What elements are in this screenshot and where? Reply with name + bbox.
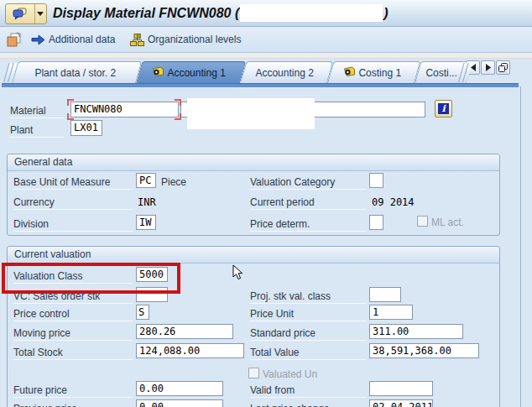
- right-triangle-icon: [485, 64, 492, 71]
- org-chart-icon: [130, 34, 144, 46]
- page-title: Display Material FNCWN080 ( ): [53, 2, 389, 24]
- moving-price-input[interactable]: 280.26: [136, 324, 233, 339]
- standard-price-input[interactable]: 311.00: [369, 324, 463, 339]
- plant-input[interactable]: LX01: [70, 120, 102, 136]
- tab-label: Accounting 2: [256, 67, 314, 79]
- currency-label: Currency: [13, 196, 133, 210]
- pages-icon: [498, 62, 509, 73]
- application-toolbar: Additional data Organizational levels: [0, 27, 532, 53]
- red-highlight-annotation: [2, 263, 180, 294]
- division-input[interactable]: IW: [136, 215, 156, 230]
- price-unit-label: Price Unit: [250, 307, 366, 321]
- last-price-change-input[interactable]: 02.04.2011: [369, 399, 433, 407]
- future-price-label: Future price: [13, 384, 133, 398]
- material-input[interactable]: FNCWN080: [70, 102, 179, 117]
- focus-corner: [175, 113, 181, 120]
- total-stock-input[interactable]: 124,088.00: [136, 343, 244, 358]
- valid-from-input[interactable]: [369, 381, 433, 396]
- tab-label: Costing 1: [358, 67, 401, 79]
- future-price-input[interactable]: 0.00: [136, 381, 223, 396]
- material-label: Material: [10, 104, 64, 118]
- tab-label: Plant data / stor. 2: [34, 67, 116, 79]
- price-determ-input[interactable]: [369, 215, 383, 230]
- services-for-object-icon: [6, 4, 35, 23]
- current-period-value: 09 2014: [372, 196, 415, 209]
- focus-corner: [175, 99, 181, 106]
- tab-accounting-1[interactable]: Accounting 1: [136, 61, 246, 83]
- additional-data-label: Additional data: [49, 34, 115, 45]
- current-valuation-header: Current valuation: [8, 247, 499, 264]
- tab-costing-1[interactable]: Costing 1: [327, 61, 420, 83]
- total-value-label: Total Value: [250, 346, 366, 360]
- previous-price-input[interactable]: 0.00: [136, 399, 223, 407]
- ml-act-label: ML act.: [431, 216, 464, 229]
- dropdown-icon[interactable]: [35, 4, 45, 23]
- organizational-levels-label: Organizational levels: [148, 34, 241, 45]
- tab-overview-button[interactable]: [496, 60, 510, 75]
- mouse-cursor: [232, 264, 243, 283]
- currency-value: INR: [138, 196, 156, 209]
- valuation-category-input[interactable]: [369, 173, 383, 188]
- previous-price-label: Previous price: [13, 402, 133, 407]
- focus-corner: [67, 113, 74, 120]
- plant-label: Plant: [10, 123, 64, 138]
- view-indicator-icon: [153, 66, 164, 79]
- redaction-box: [187, 98, 315, 129]
- services-for-object-button[interactable]: [5, 3, 47, 24]
- valuated-un-label: Valuated Un: [263, 368, 317, 381]
- tab-label: Accounting 1: [168, 67, 226, 79]
- proj-stk-val-class-input[interactable]: [369, 287, 401, 302]
- valuated-un-checkbox: [248, 368, 259, 378]
- base-unit-text: Piece: [161, 175, 186, 189]
- organizational-levels-button[interactable]: Organizational levels: [130, 27, 241, 52]
- standard-price-label: Standard price: [250, 326, 366, 341]
- display-change-button[interactable]: [7, 27, 22, 52]
- valuation-category-label: Valuation Category: [250, 175, 366, 190]
- information-button[interactable]: i: [435, 100, 452, 117]
- page-title-prefix: Display Material FNCWN080 (: [53, 6, 239, 21]
- tab-label: Costi...: [426, 67, 457, 79]
- ml-act-checkbox: [417, 216, 428, 227]
- base-unit-label: Base Unit of Measure: [13, 175, 133, 190]
- active-tab-underline: [2, 83, 519, 87]
- price-determ-label: Price determ.: [250, 217, 366, 232]
- division-label: Division: [13, 217, 133, 232]
- base-unit-input[interactable]: PC: [136, 173, 156, 188]
- page-title-suffix: ): [383, 6, 388, 21]
- additional-data-button[interactable]: Additional data: [31, 27, 115, 52]
- general-data-header: General data: [8, 154, 499, 171]
- right-arrow-icon: [31, 34, 45, 45]
- tab-plant-data-stor-2[interactable]: Plant data / stor. 2: [12, 61, 142, 83]
- title-bar: Display Material FNCWN080 ( ): [0, 0, 532, 27]
- display-change-icon: [7, 32, 22, 47]
- moving-price-label: Moving price: [13, 326, 133, 341]
- price-control-input[interactable]: S: [136, 305, 149, 320]
- proj-stk-val-class-label: Proj. stk val. class: [250, 290, 366, 304]
- total-value-input[interactable]: 38,591,368.00: [369, 343, 479, 358]
- focus-corner: [67, 99, 74, 106]
- separator-band: [0, 53, 532, 59]
- current-period-label: Current period: [250, 196, 366, 210]
- price-control-label: Price control: [13, 307, 133, 321]
- price-unit-input[interactable]: 1: [369, 305, 413, 320]
- last-price-change-label: Last price change: [250, 402, 366, 407]
- view-indicator-icon: [343, 66, 355, 79]
- valid-from-label: Valid from: [250, 384, 366, 398]
- window-right-frame: [520, 86, 521, 407]
- tab-scroll-right-button[interactable]: [481, 60, 495, 75]
- total-stock-label: Total Stock: [13, 346, 133, 360]
- info-icon: i: [438, 103, 449, 114]
- sap-display-material-window: Display Material FNCWN080 ( ) Additional…: [0, 0, 532, 407]
- tab-accounting-2[interactable]: Accounting 2: [240, 61, 333, 83]
- redaction-box: [240, 4, 383, 22]
